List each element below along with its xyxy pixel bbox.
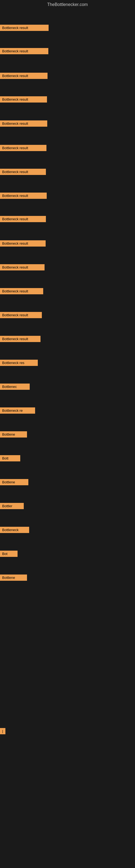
bottleneck-result-item[interactable]: Bottleneck result [0, 25, 49, 31]
bottleneck-result-item[interactable]: Bottlene [0, 575, 27, 581]
bottleneck-result-item[interactable]: Bottlene [0, 479, 28, 485]
bottleneck-result-item[interactable]: Bottleneck result [0, 288, 43, 294]
bottleneck-result-item[interactable]: Bottlene [0, 431, 27, 437]
bottleneck-result-item[interactable]: Bot [0, 551, 17, 557]
bottleneck-result-item[interactable]: Bottleneck re [0, 407, 35, 414]
bottleneck-result-item[interactable]: Bottleneck result [0, 73, 48, 79]
bottleneck-result-item[interactable]: | [0, 728, 5, 734]
bottleneck-result-item[interactable]: Bottleneck res [0, 360, 38, 366]
bottleneck-result-item[interactable]: Bottleneck result [0, 216, 46, 222]
bottleneck-result-item[interactable]: Bottleneck result [0, 169, 46, 175]
bottleneck-result-item[interactable]: Bottleneck result [0, 145, 46, 151]
bottleneck-result-item[interactable]: Bott [0, 455, 20, 461]
bottleneck-result-item[interactable]: Bottleneck result [0, 120, 47, 127]
bottleneck-result-item[interactable]: Bottleneck result [0, 312, 42, 318]
bottleneck-result-item[interactable]: Bottleneck result [0, 193, 47, 199]
bottleneck-result-item[interactable]: Bottleneck result [0, 96, 47, 102]
site-title: TheBottlenecker.com [0, 0, 135, 9]
bottleneck-result-item[interactable]: Bottlenec [0, 383, 30, 390]
bottleneck-result-item[interactable]: Bottleneck result [0, 336, 41, 342]
bottleneck-result-item[interactable]: Bottleneck result [0, 48, 48, 54]
bottleneck-result-item[interactable]: Bottleneck result [0, 240, 46, 247]
bottleneck-result-item[interactable]: Bottleneck [0, 527, 29, 533]
bottleneck-result-item[interactable]: Bottleneck result [0, 264, 45, 271]
bottleneck-result-item[interactable]: Bottler [0, 503, 24, 509]
